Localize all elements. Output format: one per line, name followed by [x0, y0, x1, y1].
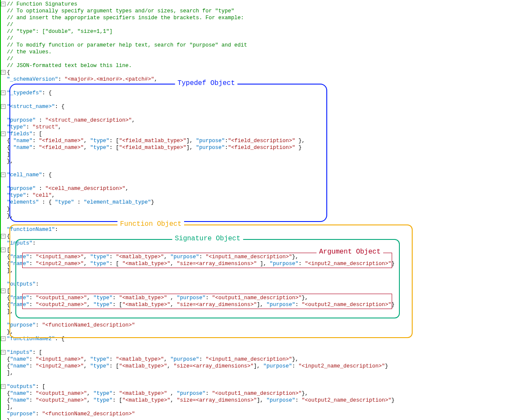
code-token: "purpose" — [170, 356, 199, 362]
code-token: "purpose" — [267, 302, 296, 308]
code-token: ], — [7, 268, 13, 274]
code-token: "<struct_name>" — [7, 104, 55, 110]
fold-marker[interactable]: − — [1, 104, 6, 109]
code-line — [7, 83, 516, 90]
code-token: : — [29, 302, 36, 308]
code-line: {"name": "<output1_name>", "type": "<mat… — [7, 390, 516, 397]
code-line: // — [7, 35, 516, 42]
code-token: // the values. — [7, 49, 52, 55]
code-line: {"name": "<output2_name>", "type": ["<ma… — [7, 301, 516, 308]
code-token: // To optionally specify argument types … — [7, 8, 235, 14]
fold-marker[interactable]: − — [1, 336, 6, 341]
code-token: : — [29, 356, 36, 362]
code-line: // "type": ["double", "size=1,1"] — [7, 28, 516, 35]
code-token: "elements" — [7, 199, 39, 205]
code-token: : — [199, 254, 205, 260]
code-line: // the values. — [7, 49, 516, 55]
code-token: : — [74, 199, 84, 205]
code-token: : [ — [32, 131, 42, 137]
code-token: "<matlab_type>" — [119, 295, 167, 301]
code-token: "<output1_name_description>" — [212, 295, 302, 301]
code-token: "<input2_name>" — [36, 261, 84, 267]
code-token: "<field_matlab_type>" — [119, 145, 187, 151]
code-token: "inputs" — [7, 240, 32, 246]
code-token: : — [205, 391, 212, 397]
code-token: "<field_description>" — [228, 145, 296, 151]
code-token: } — [7, 206, 10, 212]
code-token: "_typedefs" — [7, 90, 42, 96]
code-token: , — [170, 397, 177, 403]
code-token: "<matlab_type>" — [122, 261, 170, 267]
code-token: "struct" — [32, 124, 58, 130]
fold-marker[interactable]: − — [1, 70, 6, 75]
code-token: : [ — [109, 145, 119, 151]
code-token: : [ — [113, 397, 123, 403]
code-token: : — [199, 356, 205, 362]
code-line: ], — [7, 404, 516, 411]
code-token: } — [7, 418, 10, 420]
code-token: } — [151, 199, 155, 205]
fold-marker[interactable]: − — [1, 90, 6, 95]
code-token: } — [385, 363, 388, 369]
fold-marker[interactable]: − — [1, 2, 6, 6]
code-token: { — [7, 138, 13, 144]
code-line: − "fields": [ — [7, 131, 516, 137]
code-token: "<matlab_type>" — [122, 397, 170, 403]
code-token: "name" — [10, 261, 29, 267]
fold-marker[interactable]: − — [1, 350, 6, 355]
code-token: "<input1_name>" — [36, 254, 84, 260]
fold-marker[interactable]: − — [1, 248, 6, 252]
code-token: "<output2_name>" — [36, 397, 87, 403]
code-token: "<input1_name_description>" — [205, 356, 292, 362]
code-line: ], — [7, 267, 516, 274]
code-line: { "name": "<field_name>", "type": ["<fie… — [7, 144, 516, 151]
code-line: } — [7, 417, 516, 420]
code-token: : — [58, 76, 64, 82]
code-line: "inputs": — [7, 240, 516, 247]
code-token: : — [292, 363, 299, 369]
code-line: "purpose" : "<struct_name_description>", — [7, 117, 516, 124]
code-line: ] — [7, 151, 516, 158]
code-token: : — [225, 138, 228, 144]
code-token: , — [132, 117, 135, 123]
code-line: − "functionName2": { — [7, 335, 516, 342]
code-token: "_schemaVersion" — [7, 76, 58, 82]
fold-marker[interactable]: − — [1, 289, 6, 293]
code-token: , — [84, 261, 90, 267]
code-token: : [ — [32, 350, 42, 356]
code-token: "type" — [94, 302, 113, 308]
code-token: }, — [302, 295, 308, 301]
code-token: : — [32, 240, 36, 246]
code-token: "<matlab_type>" — [119, 391, 167, 397]
code-token: "<input2_name_description>" — [299, 363, 385, 369]
fold-marker[interactable]: − — [1, 131, 6, 136]
code-line: "purpose" : "<cell_name_description>", — [7, 185, 516, 192]
code-token: , — [84, 363, 90, 369]
code-line — [7, 219, 516, 226]
code-token: , — [126, 186, 129, 192]
code-token: "size=<array_dimensions>" — [177, 302, 257, 308]
code-line: − "inputs": [ — [7, 349, 516, 356]
code-line — [7, 178, 516, 185]
code-token: } — [391, 302, 395, 308]
code-token: : — [32, 138, 39, 144]
fold-gutter — [1, 0, 7, 420]
fold-marker[interactable]: − — [1, 172, 6, 177]
code-line: − "cell_name": { — [7, 172, 516, 178]
code-line — [7, 376, 516, 383]
code-token: , — [167, 295, 177, 301]
code-token: "size=<array_dimensions>" — [177, 397, 257, 403]
fold-marker[interactable]: − — [1, 234, 6, 239]
fold-marker[interactable]: − — [1, 384, 6, 389]
code-token: : [ — [109, 261, 122, 267]
code-token: { — [7, 295, 10, 301]
code-token: "name" — [10, 391, 29, 397]
code-token: ], — [257, 302, 267, 308]
code-token: ], — [7, 309, 13, 315]
code-token: "type" — [90, 138, 109, 144]
code-token: "<output2_name>" — [36, 302, 87, 308]
code-token: , — [87, 397, 94, 403]
code-token: "<output2_name_description>" — [302, 302, 391, 308]
code-token: : — [29, 261, 36, 267]
code-token: , — [84, 145, 90, 151]
